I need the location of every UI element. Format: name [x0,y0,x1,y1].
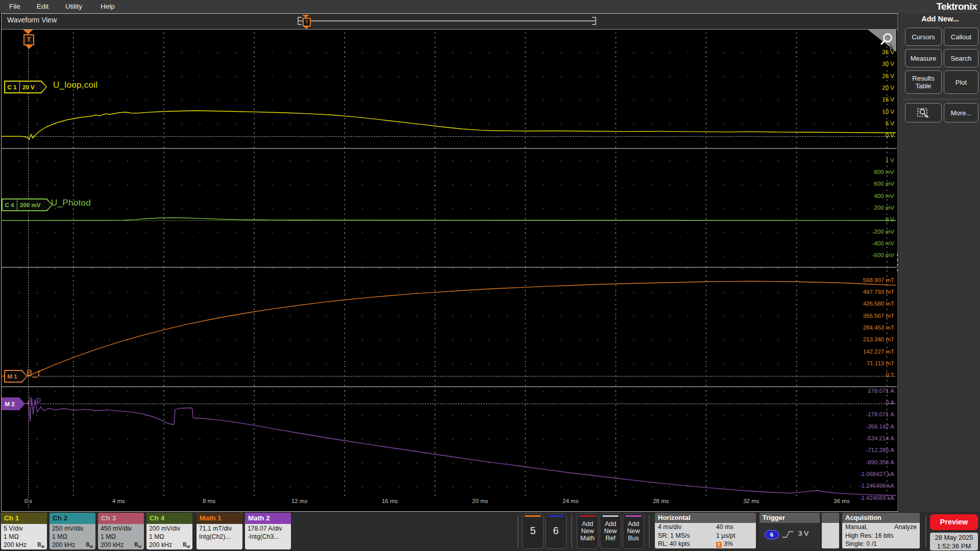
bandwidth-badge: BW [37,541,44,549]
channel-card-ch-3[interactable]: Ch 3450 mV/div1 MΩ200 kHzBW [98,513,144,549]
zoom-box-corner-icon[interactable] [868,30,896,52]
y-tick-m1: 426.680 mT [833,300,894,307]
channel-card-ch-4[interactable]: Ch 4200 mV/div1 MΩ200 kHzBW [146,513,192,549]
channel-card-row: 250 mV/div [50,524,95,533]
horizontal-position-track[interactable] [298,20,596,21]
bandwidth-badge: BW [134,541,141,549]
more-button[interactable]: More... [944,103,978,122]
y-tick-c4: 1 V [833,157,894,163]
graticule-slice-c4[interactable] [2,149,897,267]
channel-card-math-1[interactable]: Math 171.1 mT/divIntg(Ch2)... [197,513,242,549]
slot-color-stripe [602,515,619,517]
channel-card-value: 200 kHz [101,541,124,549]
datetime-display[interactable]: 28 May 2025 1:52:36 PM [930,533,978,550]
callout-button[interactable]: Callout [944,28,978,46]
acquisition-panel[interactable]: Acquisition Manual,Analyze High Res: 16 … [842,513,920,548]
graticule-slice-c1[interactable] [2,30,897,148]
slice-separator[interactable] [2,386,897,387]
record-view-right-bracket [592,24,596,25]
y-tick-m2: -890.356 A [833,459,894,465]
channel-card-row: 200 kHzBW [1,541,47,549]
menu-item-edit[interactable]: Edit [37,0,48,13]
box-zoom-button[interactable] [905,103,942,122]
scroll-trigger-icon[interactable]: T [303,18,311,27]
trigger-marker-icon[interactable]: T [23,34,34,45]
results-table-button[interactable]: Results Table [905,70,942,94]
search-button[interactable]: Search [944,49,978,67]
measure-button[interactable]: Measure [905,49,942,67]
y-tick-c1: 30 V [833,61,894,67]
preview-button[interactable]: Preview [930,514,978,530]
trigger-marker-arrow-icon[interactable] [23,30,33,34]
y-tick-m2: 178.071 A [833,388,894,394]
trigger-source-badge[interactable]: 6 [765,530,779,539]
channel-card-value: 178.07 A/div [248,524,282,533]
trace-label-c1[interactable]: U_loop,coil [53,80,97,90]
graticule-slice-m1[interactable] [2,268,897,386]
panel-blank[interactable] [822,513,839,548]
box-zoom-icon [917,107,930,118]
zero-line-c4 [2,220,895,221]
cursors-button[interactable]: Cursors [905,28,942,46]
channel-card-ch-2[interactable]: Ch 2250 mV/div1 MΩ200 kHzBW [50,513,95,549]
date: 28 May 2025 [930,533,978,542]
y-tick-m2: -712.285 A [833,447,894,453]
oscilloscope-screen: Waveform View T T C 120 VU_loop,coilC 42… [0,0,980,551]
y-tick-m2: 0 A [833,399,894,406]
trigger-position-pct: T3% [716,540,753,548]
trigger-panel[interactable]: Trigger 6 3 V [760,513,820,548]
channel-card-value: 450 mV/div [101,524,132,533]
x-tick: 12 ms [283,498,316,504]
y-tick-c4: 400 mV [833,193,894,199]
channel-card-value: 200 kHz [149,541,172,549]
horizontal-panel[interactable]: Horizontal 4 ms/div40 ms SR: 1 MS/s1 µs/… [655,513,756,548]
record-view-left-bracket [298,17,302,18]
y-tick-c1: 25 V [833,73,894,79]
channel-card-row: Intg(Ch2)... [197,533,242,541]
math-slot-button-5[interactable]: 5 [522,513,544,549]
slot-color-stripe [625,515,642,517]
panel-splitter-handle[interactable] [897,254,898,271]
channel-card-value: Intg(Ch2)... [199,533,231,541]
add-new-bus-button[interactable]: AddNewBus [623,513,644,549]
channel-card-value: 1 MΩ [149,533,164,541]
y-tick-c4: -200 mV [833,229,894,235]
add-button-label: AddNewRef [600,514,621,542]
trace-label-c4[interactable]: U_Photod [51,198,91,208]
menu-item-file[interactable]: File [9,0,20,13]
channel-card-row: 200 kHzBW [98,541,144,549]
y-tick-c1: 15 V [833,96,894,103]
divider [518,515,519,547]
add-new-ref-button[interactable]: AddNewRef [600,513,621,549]
record-view-right-bracket [592,17,596,18]
channel-card-value: 1 MΩ [52,533,67,541]
math-slot-button-6[interactable]: 6 [545,513,567,549]
trace-label-m1[interactable]: B_t [27,368,40,379]
menu-item-help[interactable]: Help [101,0,115,13]
channel-badge-m1[interactable]: M 1 [4,370,28,383]
badge-cell: C 1 [5,84,19,90]
slot-number: 6 [546,514,566,547]
menu-item-utility[interactable]: Utility [65,0,82,13]
record-length: RL: 40 kpts [658,540,716,548]
y-tick-m2: -534.214 A [833,435,894,441]
slice-separator[interactable] [2,148,897,149]
channel-card-row: 1 MΩ [146,533,192,541]
y-tick-m1: 568.907 mT [833,277,894,283]
y-tick-m1: 213.340 mT [833,336,894,342]
channel-badge-c1[interactable]: C 120 V [4,81,47,93]
plot-button[interactable]: Plot [944,70,978,94]
channel-card-header: Ch 4 [146,513,192,524]
channel-card-ch-1[interactable]: Ch 15 V/div1 MΩ200 kHzBW [1,513,47,549]
add-new-panel: Add New... More... CursorsCalloutMeasure… [899,13,980,512]
x-tick: 36 ms [825,498,858,504]
channel-badge-m2[interactable]: M 2 [2,397,25,410]
trace-label-m2[interactable]: I_p [29,395,41,405]
channel-card-header: Math 2 [245,513,291,524]
channel-card-math-2[interactable]: Math 2178.07 A/div-Intg(Ch3... [245,513,291,549]
channel-badge-c4[interactable]: C 4200 mV [2,198,53,211]
add-new-math-button[interactable]: AddNewMath [577,513,598,549]
slice-separator[interactable] [2,267,897,268]
time: 1:52:36 PM [930,542,978,550]
channel-card-value: 1 MΩ [4,533,19,541]
